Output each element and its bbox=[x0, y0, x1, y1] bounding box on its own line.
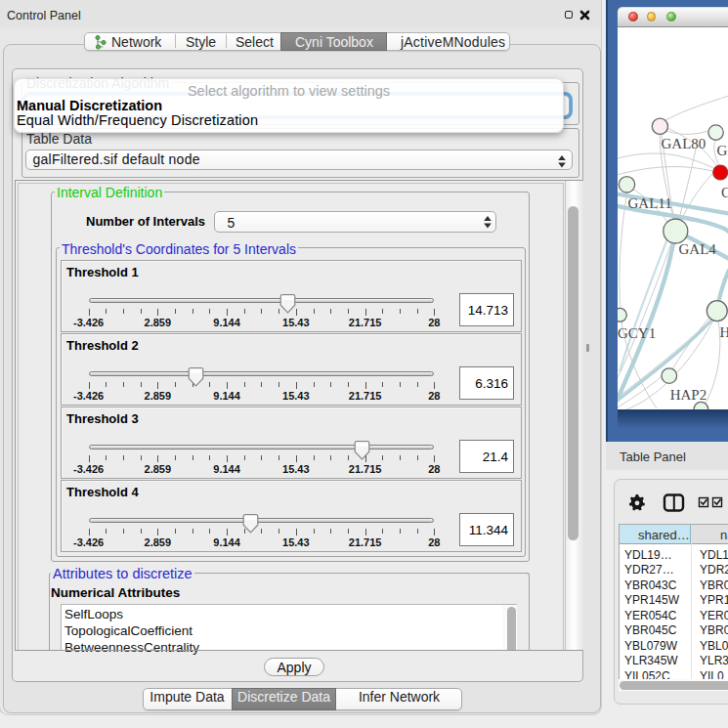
svg-text:GAL11: GAL11 bbox=[628, 195, 672, 211]
svg-text:GAL4: GAL4 bbox=[679, 241, 717, 257]
svg-text:GA: GA bbox=[717, 143, 728, 158]
svg-text:C: C bbox=[721, 185, 728, 200]
svg-text:H: H bbox=[720, 324, 728, 340]
svg-text:GAL80: GAL80 bbox=[662, 136, 707, 151]
svg-text:GCY1: GCY1 bbox=[618, 325, 656, 341]
svg-text:HAP2: HAP2 bbox=[670, 387, 707, 403]
